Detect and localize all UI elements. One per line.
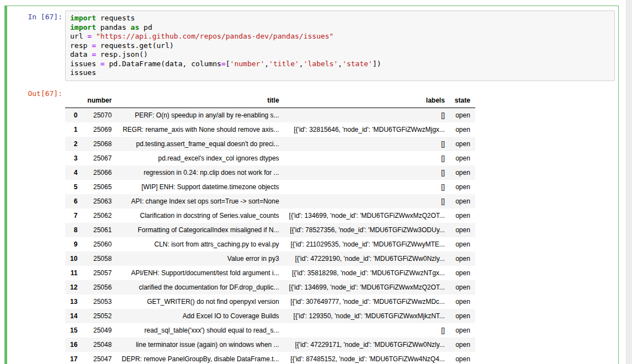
row-index: 7	[65, 208, 82, 223]
cell-labels: [{'id': 134699, 'node_id': 'MDU6TGFiZWwx…	[284, 280, 450, 295]
table-row: 425066regression in 0.24: np.clip does n…	[65, 165, 475, 180]
cell-labels: [{'id': 134699, 'node_id': 'MDU6TGFiZWwx…	[284, 208, 450, 223]
code-cell[interactable]: In [67]: import requestsimport pandas as…	[4, 6, 619, 364]
table-row: 1125057API/ENH: Support/document/test fo…	[65, 266, 475, 280]
table-row: 1225056clarified the documentation for D…	[65, 280, 475, 295]
cell-title: DEPR: remove PanelGroupBy, disable DataF…	[116, 352, 284, 364]
row-index: 14	[65, 309, 82, 323]
table-row: 125069REGR: rename_axis with None should…	[65, 122, 475, 137]
table-row: 025070PERF: O(n) speedup in any/all by r…	[65, 108, 475, 122]
cell-title: Clarification in docstring of Series.val…	[116, 208, 284, 223]
cell-title: CLN: isort from attrs_caching.py to eval…	[116, 237, 284, 251]
cell-number: 25058	[82, 251, 116, 266]
cell-title: [WIP] ENH: Support datetime.timezone obj…	[116, 180, 284, 194]
cell-title: REGR: rename_axis with None should remov…	[116, 122, 284, 137]
row-index: 15	[65, 323, 82, 338]
cell-title: regression in 0.24: np.clip does not wor…	[116, 165, 284, 180]
cell-title: pd.testing.assert_frame_equal doesn't do…	[116, 137, 284, 151]
code-line: url = "https://api.github.com/repos/pand…	[70, 32, 610, 41]
cell-labels: [{'id': 47229190, 'node_id': 'MDU6TGFiZW…	[284, 251, 450, 266]
table-row: 225068pd.testing.assert_frame_equal does…	[65, 137, 475, 151]
cell-number: 25056	[82, 280, 116, 295]
row-index: 5	[65, 180, 82, 194]
row-index: 0	[65, 108, 82, 122]
cell-number: 25057	[82, 266, 116, 280]
row-index: 13	[65, 295, 82, 309]
output-prompt: Out[67]:	[10, 85, 64, 101]
cell-state: open	[450, 223, 475, 237]
cell-state: open	[450, 108, 475, 122]
cell-number: 25067	[82, 151, 116, 165]
cell-state: open	[450, 309, 475, 323]
cell-labels: []	[284, 180, 450, 194]
cell-state: open	[450, 165, 475, 180]
code-editor[interactable]: import requestsimport pandas as pdurl = …	[65, 10, 615, 81]
cell-labels: []	[284, 165, 450, 180]
code-line: import pandas as pd	[70, 23, 610, 33]
cell-labels: []	[284, 108, 450, 122]
cell-title: GET_WRITER() do not find openpyxl versio…	[116, 295, 284, 309]
cell-number: 25062	[82, 208, 116, 223]
table-row: 1725047DEPR: remove PanelGroupBy, disabl…	[65, 352, 475, 364]
table-row: 1325053GET_WRITER() do not find openpyxl…	[65, 295, 475, 309]
cell-number: 25069	[82, 122, 116, 137]
vertical-scrollbar[interactable]	[626, 0, 632, 364]
cell-state: open	[450, 180, 475, 194]
cell-state: open	[450, 251, 475, 266]
index-header	[65, 93, 82, 108]
code-line: import requests	[70, 14, 610, 23]
cell-title: Add Excel IO to Coverage Builds	[116, 309, 284, 323]
row-index: 9	[65, 237, 82, 251]
table-row: 925060CLN: isort from attrs_caching.py t…	[65, 237, 475, 251]
cell-number: 25061	[82, 223, 116, 237]
cell-state: open	[450, 151, 475, 165]
cell-number: 25047	[82, 352, 116, 364]
cell-number: 25068	[82, 137, 116, 151]
cell-state: open	[450, 208, 475, 223]
table-row: 525065[WIP] ENH: Support datetime.timezo…	[65, 180, 475, 194]
output-area: Out[67]: numbertitlelabelsstate 025070PE…	[10, 85, 615, 364]
cell-title: Value error in py3	[116, 251, 284, 266]
cell-number: 25065	[82, 180, 116, 194]
cell-labels: []	[284, 194, 450, 208]
cell-title: pd.read_excel's index_col ignores dtypes	[116, 151, 284, 165]
table-row: 725062Clarification in docstring of Seri…	[65, 208, 475, 223]
row-index: 12	[65, 280, 82, 295]
row-index: 1	[65, 122, 82, 137]
cell-number: 25066	[82, 165, 116, 180]
cell-state: open	[450, 266, 475, 280]
cell-labels: []	[284, 323, 450, 338]
cell-title: clarified the documentation for DF.drop_…	[116, 280, 284, 295]
table-row: 625063API: change Index set ops sort=Tru…	[65, 194, 475, 208]
dataframe-body: 025070PERF: O(n) speedup in any/all by r…	[65, 108, 475, 364]
cell-title: line terminator issue (again) on windows…	[116, 338, 284, 352]
cell-number: 25063	[82, 194, 116, 208]
input-area: In [67]: import requestsimport pandas as…	[10, 9, 615, 81]
cell-number: 25070	[82, 108, 116, 122]
row-index: 6	[65, 194, 82, 208]
cell-labels: [{'id': 78527356, 'node_id': 'MDU6TGFiZW…	[284, 223, 450, 237]
column-header-number: number	[82, 93, 116, 108]
cell-labels: [{'id': 35818298, 'node_id': 'MDU6TGFiZW…	[284, 266, 450, 280]
cell-title: API: change Index set ops sort=True -> s…	[116, 194, 284, 208]
table-row: 1625048line terminator issue (again) on …	[65, 338, 475, 352]
cell-number: 25049	[82, 323, 116, 338]
dataframe-header: numbertitlelabelsstate	[65, 93, 475, 108]
cell-state: open	[450, 323, 475, 338]
cell-title: API/ENH: Support/document/test fold argu…	[116, 266, 284, 280]
cell-title: Formatting of CategoricalIndex misaligne…	[116, 223, 284, 237]
row-index: 11	[65, 266, 82, 280]
cell-state: open	[450, 338, 475, 352]
cell-state: open	[450, 194, 475, 208]
row-index: 3	[65, 151, 82, 165]
column-header-labels: labels	[284, 93, 450, 108]
cell-number: 25060	[82, 237, 116, 251]
code-line: issues	[70, 68, 610, 78]
cell-labels: [{'id': 32815646, 'node_id': 'MDU6TGFiZW…	[284, 122, 450, 137]
cell-state: open	[450, 237, 475, 251]
cell-labels: [{'id': 47229171, 'node_id': 'MDU6TGFiZW…	[284, 338, 450, 352]
cell-number: 25048	[82, 338, 116, 352]
row-index: 4	[65, 165, 82, 180]
row-index: 10	[65, 251, 82, 266]
cell-state: open	[450, 122, 475, 137]
